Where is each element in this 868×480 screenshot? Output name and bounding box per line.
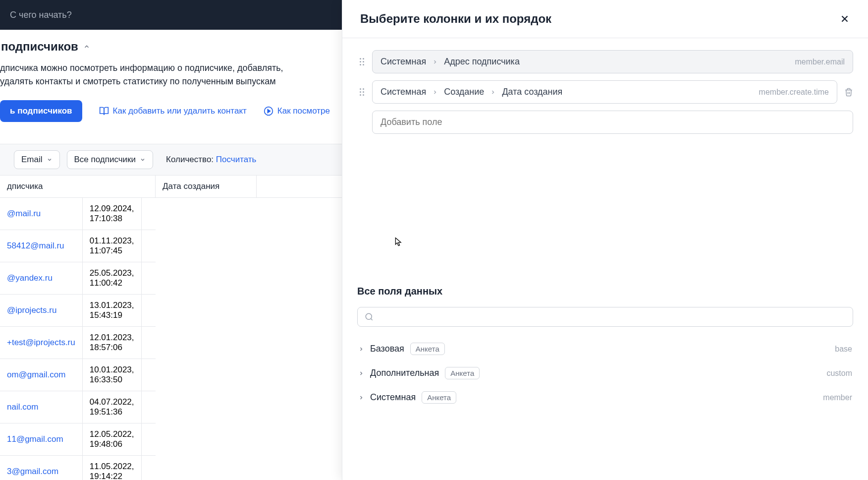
th-empty [257, 176, 342, 198]
cell-empty [141, 391, 156, 423]
svg-line-5 [371, 318, 372, 320]
page-title-row: подписчиков [0, 40, 342, 54]
cell-email: @mail.ru [0, 198, 82, 230]
email-link[interactable]: @iprojects.ru [7, 305, 56, 315]
column-key: member.create.time [759, 88, 829, 97]
cell-email: 3@gmail.com [0, 456, 82, 480]
cell-email: +test@iprojects.ru [0, 327, 82, 359]
column-item: СистемнаяСозданиеДата создания member.cr… [357, 80, 853, 104]
crumb: Системная [380, 87, 426, 97]
field-group-key: member [823, 393, 852, 402]
cell-empty [141, 230, 156, 262]
column-breadcrumb: СистемнаяСозданиеДата создания [380, 87, 562, 97]
cell-email: 58412@mail.ru [0, 230, 82, 262]
cell-email: 11@gmail.com [0, 423, 82, 456]
email-link[interactable]: om@gmail.com [7, 370, 65, 379]
table-row: 3@gmail.com 11.05.2022, 19:14:22 [0, 456, 156, 480]
chevron-right-icon [358, 346, 364, 352]
crumb: Системная [380, 57, 426, 67]
drag-handle-icon[interactable] [357, 58, 366, 65]
count-link[interactable]: Посчитать [216, 155, 257, 164]
field-group-badge: Анкета [445, 367, 480, 379]
svg-marker-1 [268, 110, 270, 113]
table-row: 11@gmail.com 12.05.2022, 19:48:06 [0, 423, 156, 456]
add-field-input[interactable] [372, 111, 853, 134]
field-group-name: Системная [370, 392, 416, 403]
email-link[interactable]: nail.com [7, 402, 38, 412]
search-icon [365, 312, 374, 321]
filter-email[interactable]: Email [14, 150, 60, 169]
cell-empty [141, 456, 156, 480]
column-box[interactable]: СистемнаяСозданиеДата создания member.cr… [372, 80, 837, 104]
chevron-right-icon [432, 89, 438, 95]
cell-date: 12.01.2023, 18:57:06 [82, 327, 141, 359]
count-label: Количество: Посчитать [166, 155, 256, 165]
field-group-badge: Анкета [410, 343, 445, 355]
cell-empty [141, 423, 156, 456]
subscribers-table: дписчика Дата создания @mail.ru 12.09.20… [0, 176, 342, 480]
th-date: Дата создания [156, 176, 257, 198]
field-group[interactable]: Базовая Анкета base [357, 337, 853, 361]
email-link[interactable]: @yandex.ru [7, 273, 53, 283]
column-box[interactable]: СистемнаяАдрес подписчика member.email [372, 50, 853, 73]
filter-bar: Email Все подписчики Количество: Посчита… [0, 144, 342, 176]
cell-email: @yandex.ru [0, 262, 82, 295]
field-group-key: custom [826, 369, 852, 378]
cell-date: 12.09.2024, 17:10:38 [82, 198, 141, 230]
cell-date: 04.07.2022, 19:51:36 [82, 391, 141, 423]
email-link[interactable]: +test@iprojects.ru [7, 338, 75, 347]
column-item: СистемнаяАдрес подписчика member.email [357, 50, 853, 73]
filter-subscribers[interactable]: Все подписчики [67, 150, 154, 169]
page-description: дписчика можно посмотреть информацию о п… [0, 61, 342, 88]
panel-body: СистемнаяАдрес подписчика member.email С… [342, 38, 868, 480]
table-row: nail.com 04.07.2022, 19:51:36 [0, 391, 156, 423]
chevron-right-icon [358, 370, 364, 376]
play-icon [264, 106, 273, 116]
field-group-name: Дополнительная [370, 368, 439, 378]
fields-search-box[interactable] [357, 307, 853, 327]
cell-empty [141, 327, 156, 359]
all-fields-section: Все поля данных Базовая Анкета base Допо… [357, 286, 853, 410]
table-row: +test@iprojects.ru 12.01.2023, 18:57:06 [0, 327, 156, 359]
drag-handle-icon[interactable] [357, 88, 366, 96]
chevron-right-icon [432, 59, 438, 65]
column-key: member.email [795, 58, 845, 66]
cell-date: 13.01.2023, 15:43:19 [82, 295, 141, 327]
th-email: дписчика [0, 176, 156, 198]
help-link-contact[interactable]: Как добавить или удалить контакт [99, 106, 247, 116]
page-title: подписчиков [1, 40, 78, 54]
table-row: om@gmail.com 10.01.2023, 16:33:50 [0, 359, 156, 391]
help-link-view[interactable]: Как посмотре [264, 106, 330, 116]
panel-title: Выберите колонки и их порядок [360, 12, 551, 26]
trash-icon[interactable] [844, 88, 853, 97]
cell-empty [141, 198, 156, 230]
email-link[interactable]: 3@gmail.com [7, 467, 58, 476]
email-link[interactable]: 58412@mail.ru [7, 241, 64, 250]
field-group[interactable]: Дополнительная Анкета custom [357, 361, 853, 385]
main-content: подписчиков дписчика можно посмотреть ин… [0, 30, 342, 480]
table-row: @iprojects.ru 13.01.2023, 15:43:19 [0, 295, 156, 327]
crumb: Дата создания [502, 87, 562, 97]
top-bar: С чего начать? [0, 0, 342, 30]
chevron-up-icon[interactable] [83, 43, 90, 50]
cell-date: 25.05.2023, 11:00:42 [82, 262, 141, 295]
email-link[interactable]: @mail.ru [7, 209, 41, 218]
cell-date: 12.05.2022, 19:48:06 [82, 423, 141, 456]
field-group-key: base [835, 345, 852, 354]
crumb: Создание [444, 87, 484, 97]
primary-action-button[interactable]: ь подписчиков [0, 100, 82, 122]
svg-point-4 [366, 313, 372, 319]
field-group-badge: Анкета [422, 391, 456, 404]
cell-date: 01.11.2023, 11:07:45 [82, 230, 141, 262]
chevron-down-icon [47, 157, 53, 163]
email-link[interactable]: 11@gmail.com [7, 434, 63, 444]
table-header: дписчика Дата создания [0, 176, 342, 198]
field-group[interactable]: Системная Анкета member [357, 385, 853, 410]
all-fields-title: Все поля данных [357, 286, 853, 297]
close-icon[interactable] [839, 13, 850, 24]
help-label[interactable]: С чего начать? [10, 10, 72, 20]
cell-email: om@gmail.com [0, 359, 82, 391]
cell-date: 11.05.2022, 19:14:22 [82, 456, 141, 480]
column-breadcrumb: СистемнаяАдрес подписчика [380, 57, 520, 67]
cell-email: @iprojects.ru [0, 295, 82, 327]
